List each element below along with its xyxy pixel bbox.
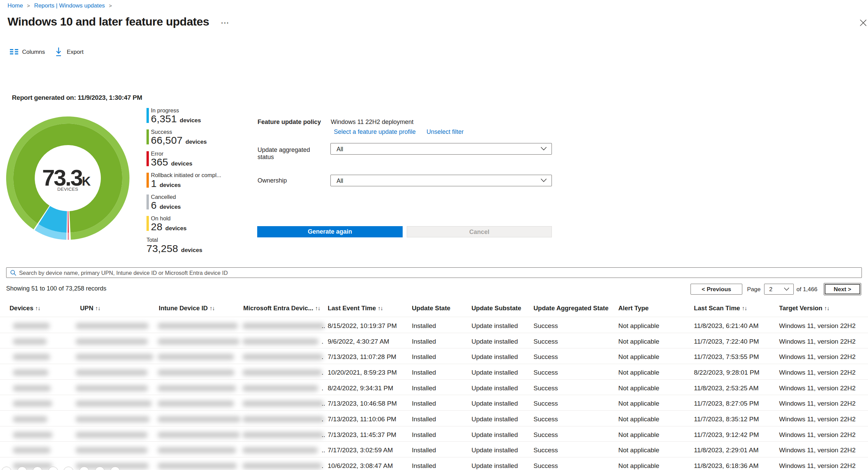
svg-text:DEVICES: DEVICES [57, 187, 78, 192]
